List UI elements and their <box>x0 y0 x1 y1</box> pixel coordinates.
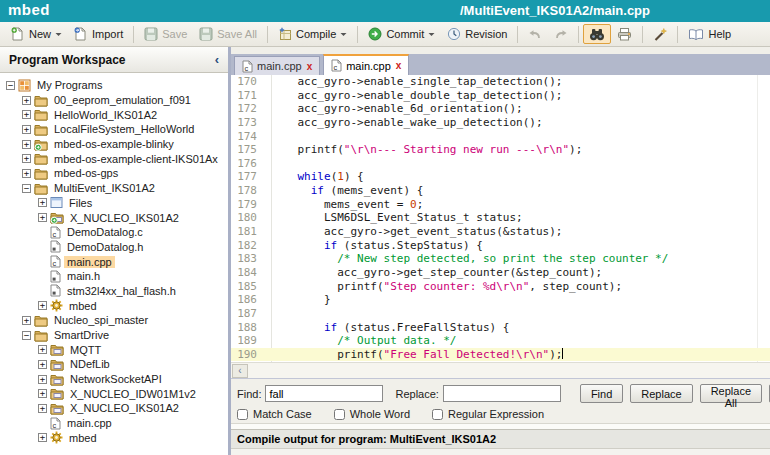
tab-main-cpp[interactable]: cmain.cppx <box>323 54 409 75</box>
replace-input[interactable] <box>443 385 561 402</box>
folder-icon <box>34 182 48 195</box>
compile-icon <box>278 27 292 41</box>
horizontal-scrollbar[interactable]: ‹ <box>231 362 770 378</box>
tree-item-mqtt[interactable]: +MQTT <box>0 342 228 357</box>
undo-button[interactable] <box>522 25 548 43</box>
print-button[interactable] <box>611 24 638 44</box>
tree-item-demodatalog-c[interactable]: cDemoDatalog.c <box>0 225 228 240</box>
commit-button[interactable]: Commit <box>362 24 441 44</box>
expand-node-icon[interactable]: + <box>22 125 31 134</box>
revision-button[interactable]: Revision <box>441 24 513 44</box>
expand-node-icon[interactable]: + <box>22 140 31 149</box>
code-line-189: 189 /* Output data. */ <box>231 334 770 348</box>
tree-item-label: Files <box>66 197 95 209</box>
line-number: 186 <box>231 293 263 307</box>
collapse-node-icon[interactable]: − <box>22 184 31 193</box>
find-button[interactable] <box>583 24 611 44</box>
expand-node-icon[interactable]: + <box>38 360 47 369</box>
tree-item-label: NetworkSocketAPI <box>67 373 165 385</box>
tree-item-x-nucleo-iks01a2[interactable]: +X_NUCLEO_IKS01A2 <box>0 210 228 225</box>
regex-checkbox[interactable] <box>432 409 443 420</box>
find-action-button[interactable]: Find <box>580 384 623 403</box>
tree-item-localfilesystem-helloworld[interactable]: +LocalFileSystem_HelloWorld <box>0 122 228 137</box>
close-icon[interactable]: x <box>395 60 402 71</box>
expand-node-icon[interactable]: + <box>38 404 47 413</box>
file-c-icon: c <box>242 60 253 73</box>
line-number: 177 <box>231 170 263 184</box>
tree-item-mbed-os-example-client-iks01ax[interactable]: +mbed-os-example-client-IKS01Ax <box>0 151 228 166</box>
save-button[interactable]: Save <box>138 24 193 44</box>
find-input[interactable] <box>265 385 383 402</box>
line-number: 172 <box>231 102 263 116</box>
collapse-node-icon[interactable]: − <box>6 81 15 90</box>
tree-item-ndeflib[interactable]: +NDefLib <box>0 357 228 372</box>
expand-node-icon[interactable]: + <box>38 345 47 354</box>
tree-item-mbed-os-example-blinky[interactable]: +mbed-os-example-blinky <box>0 137 228 152</box>
format-button[interactable] <box>647 24 673 44</box>
close-icon[interactable]: x <box>306 61 313 72</box>
line-text: while(1) { <box>263 170 364 184</box>
tree-item-nucleo-spi-master[interactable]: +Nucleo_spi_master <box>0 313 228 328</box>
tree-item-mbed[interactable]: +mbed <box>0 298 228 313</box>
expand-node-icon[interactable]: + <box>22 169 31 178</box>
expand-node-icon[interactable]: + <box>38 301 47 310</box>
tree-item-files[interactable]: +Files <box>0 196 228 211</box>
new-button[interactable]: New <box>5 24 68 44</box>
file-h-icon <box>50 240 61 253</box>
help-button[interactable]: Help <box>682 25 737 44</box>
tree-item-00-eeprom-emulation-f091[interactable]: +00_eeprom_emulation_f091 <box>0 93 228 108</box>
code-line-183: 183 /* New step detected, so print the s… <box>231 252 770 266</box>
tree-item-stm32l4xx-hal-flash-h[interactable]: stm32l4xx_hal_flash.h <box>0 284 228 299</box>
expand-node-icon[interactable]: + <box>38 198 47 207</box>
replace-action-button[interactable]: Replace <box>630 384 692 403</box>
code-line-186: 186 } <box>231 293 770 307</box>
replace-all-button[interactable]: Replace All <box>700 384 762 403</box>
expand-node-icon[interactable]: + <box>38 375 47 384</box>
match-case-checkbox-label: Match Case <box>253 408 312 420</box>
folder-icon <box>34 167 48 180</box>
tree-item-mbed[interactable]: +mbed <box>0 431 228 446</box>
tree-item-x-nucleo-idw01m1v2[interactable]: +X_NUCLEO_IDW01M1v2 <box>0 386 228 401</box>
tree-item-helloworld-iks01a2[interactable]: +HelloWorld_IKS01A2 <box>0 107 228 122</box>
tab-label: main.cpp <box>346 60 391 72</box>
file-c-icon: c <box>331 59 342 72</box>
code-editor[interactable]: 170 acc_gyro->enable_single_tap_detectio… <box>231 75 770 362</box>
tree-item-main-cpp[interactable]: cmain.cpp <box>0 416 228 431</box>
redo-button[interactable] <box>548 25 574 43</box>
tree-item-networksocketapi[interactable]: +NetworkSocketAPI <box>0 372 228 387</box>
editor-top-strip <box>231 47 770 54</box>
save-all-button[interactable]: Save All <box>193 24 263 44</box>
regex-checkbox-label: Regular Expression <box>448 408 544 420</box>
printer-icon <box>617 27 632 41</box>
tree-item-demodatalog-h[interactable]: DemoDatalog.h <box>0 240 228 255</box>
import-button-label: Import <box>92 28 123 40</box>
expand-node-icon[interactable]: + <box>38 213 47 222</box>
tree-item-label: main.h <box>64 270 103 282</box>
tree-item-mbed-os-gps[interactable]: +mbed-os-gps <box>0 166 228 181</box>
import-button[interactable]: Import <box>68 24 129 44</box>
expand-node-icon[interactable]: + <box>38 433 47 442</box>
tree-item-multievent-iks01a2[interactable]: −MultiEvent_IKS01A2 <box>0 181 228 196</box>
tab-main-cpp[interactable]: cmain.cppx <box>234 56 320 75</box>
tree-item-main-cpp[interactable]: cmain.cpp <box>0 254 228 269</box>
tree-item-smartdrive[interactable]: −SmartDrive <box>0 328 228 343</box>
collapse-node-icon[interactable]: − <box>22 331 31 340</box>
expand-node-icon[interactable]: + <box>22 110 31 119</box>
line-text: printf("\r\n--- Starting new run ---\r\n… <box>263 143 582 157</box>
collapse-sidebar-icon[interactable]: ‹ <box>215 52 219 67</box>
toolbar-separator <box>677 26 678 43</box>
match-case-checkbox[interactable] <box>237 409 248 420</box>
expand-node-icon[interactable]: + <box>22 96 31 105</box>
wand-icon <box>653 27 667 41</box>
compile-button[interactable]: Compile <box>272 24 353 44</box>
tree-item-x-nucleo-iks01a2[interactable]: +X_NUCLEO_IKS01A2 <box>0 401 228 416</box>
expand-node-icon[interactable]: + <box>22 316 31 325</box>
whole-word-checkbox[interactable] <box>334 409 345 420</box>
expand-node-icon[interactable]: + <box>22 154 31 163</box>
tree-item-main-h[interactable]: main.h <box>0 269 228 284</box>
code-line-181: 181 acc_gyro->get_event_status(&status); <box>231 225 770 239</box>
tree-item-my-programs[interactable]: −My Programs <box>0 78 228 93</box>
expand-node-icon[interactable]: + <box>38 389 47 398</box>
line-text: LSM6DSL_Event_Status_t status; <box>263 211 523 225</box>
scroll-left-icon[interactable]: ‹ <box>232 364 248 378</box>
